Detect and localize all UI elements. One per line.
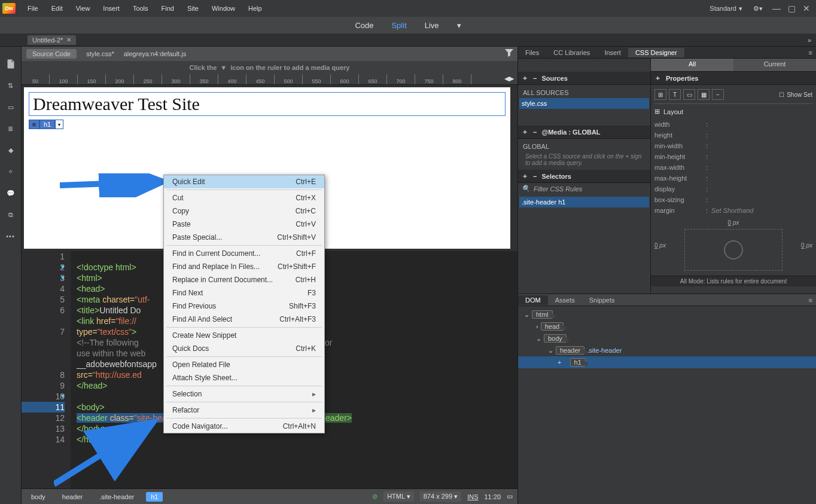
context-menu-item[interactable]: Attach Style Sheet...	[164, 371, 324, 384]
prop-min-height[interactable]: min-height:	[654, 151, 812, 162]
source-style-css[interactable]: style.css	[519, 98, 649, 109]
menu-help[interactable]: Help	[242, 2, 268, 14]
comment-icon[interactable]: 💬	[5, 188, 16, 198]
sync-settings-icon[interactable]: ⚙▾	[753, 5, 763, 13]
tag-badge[interactable]: h1	[39, 120, 55, 129]
remove-icon[interactable]: −	[533, 129, 537, 136]
menu-tools[interactable]: Tools	[127, 2, 154, 14]
close-tab-icon[interactable]: ✕	[66, 36, 71, 43]
prop-display[interactable]: display:	[654, 184, 812, 194]
file-icon[interactable]	[5, 59, 16, 69]
menu-view[interactable]: View	[70, 2, 96, 14]
prop-min-width[interactable]: min-width:	[654, 140, 812, 151]
more-icon[interactable]: •••	[5, 231, 16, 242]
status-ok-icon[interactable]: ⊘	[372, 493, 377, 500]
document-tab[interactable]: Untitled-2* ✕	[28, 35, 76, 45]
context-menu-item[interactable]: Find PreviousShift+F3	[164, 300, 324, 313]
page-heading[interactable]: Dreamweaver Test Site	[33, 94, 501, 114]
menu-insert[interactable]: Insert	[97, 2, 126, 14]
context-menu-item[interactable]: Code Navigator...Ctrl+Alt+N	[164, 420, 324, 433]
subtab-current[interactable]: Current	[733, 59, 816, 71]
dom-body[interactable]: body	[544, 334, 567, 343]
context-menu-item[interactable]: Replace in Current Document...Ctrl+H	[164, 273, 324, 286]
menu-find[interactable]: Find	[156, 2, 180, 14]
view-split[interactable]: Split	[388, 19, 410, 32]
chevron-down-icon[interactable]: ▾	[55, 120, 63, 129]
tab-insert[interactable]: Insert	[597, 48, 628, 57]
add-icon[interactable]: ＋	[522, 74, 528, 83]
hamburger-icon[interactable]: ≡	[29, 120, 39, 129]
device-preview-icon[interactable]: ▭	[507, 493, 513, 500]
tab-cc-libraries[interactable]: CC Libraries	[546, 48, 597, 57]
prop-box-sizing[interactable]: box-sizing:	[654, 194, 812, 205]
context-menu-item[interactable]: Quick DocsCtrl+K	[164, 342, 324, 355]
context-menu-item[interactable]: Quick EditCtrl+E	[164, 175, 324, 188]
dom-html[interactable]: html	[532, 310, 553, 319]
filter-icon[interactable]	[504, 48, 514, 59]
workspace-switcher[interactable]: Standard ▾	[705, 4, 747, 14]
background-icon[interactable]: ▦	[698, 89, 710, 100]
panel-menu-icon[interactable]: ≡	[805, 49, 816, 56]
collapse-icon[interactable]: ⌄	[548, 347, 553, 355]
context-menu-item[interactable]: Paste Special...Ctrl+Shift+V	[164, 231, 324, 244]
expand-icon[interactable]: ›	[536, 323, 538, 330]
dom-h1[interactable]: h1	[570, 358, 586, 366]
context-menu-item[interactable]: Find All And SelectCtrl+Alt+F3	[164, 313, 324, 326]
tab-css-designer[interactable]: CSS Designer	[628, 48, 684, 57]
related-css[interactable]: style.css*	[86, 50, 114, 57]
menu-site[interactable]: Site	[181, 2, 205, 14]
border-icon[interactable]: ▭	[683, 89, 695, 100]
add-icon[interactable]: ＋	[522, 172, 528, 181]
maximize-button[interactable]: ▢	[788, 4, 796, 13]
status-size[interactable]: 874 x 299 ▾	[420, 491, 461, 502]
context-menu-item[interactable]: Open Related File	[164, 358, 324, 371]
element-display-badge[interactable]: ≡ h1 ▾	[29, 120, 63, 129]
context-menu-item[interactable]: CopyCtrl+C	[164, 204, 324, 218]
context-menu-item[interactable]: Find in Current Document...Ctrl+F	[164, 247, 324, 260]
ruler[interactable]: 50 100 150 200 250 300 350 400 450 500 5…	[22, 74, 517, 85]
menu-window[interactable]: Window	[206, 2, 241, 14]
dom-head[interactable]: head	[541, 322, 564, 331]
minimize-button[interactable]: —	[772, 4, 781, 13]
status-lang[interactable]: HTML ▾	[383, 491, 414, 502]
tab-assets[interactable]: Assets	[548, 295, 582, 305]
selected-element-outline[interactable]: Dreamweaver Test Site	[29, 92, 506, 116]
panel-menu-icon[interactable]: ≡	[805, 297, 816, 304]
close-button[interactable]: ✕	[803, 4, 810, 13]
view-code[interactable]: Code	[351, 19, 377, 32]
breadcrumb-body[interactable]: body	[26, 492, 50, 502]
remove-icon[interactable]: −	[533, 173, 537, 180]
context-menu-item[interactable]: Selection	[164, 387, 324, 401]
add-icon[interactable]: +	[558, 359, 561, 366]
show-set-checkbox[interactable]: ☐ Show Set	[779, 91, 812, 98]
view-live[interactable]: Live	[421, 19, 443, 32]
margin-box-model[interactable]: 0 px 0 px 0 px	[654, 219, 812, 273]
context-menu-item[interactable]: Find NextF3	[164, 286, 324, 300]
menu-file[interactable]: File	[22, 2, 44, 14]
breadcrumb-h1[interactable]: h1	[146, 492, 163, 502]
expand-icon[interactable]: ≣	[5, 123, 16, 134]
status-ins[interactable]: INS	[467, 493, 478, 500]
tab-snippets[interactable]: Snippets	[582, 295, 622, 305]
add-icon[interactable]: ＋	[522, 127, 528, 136]
dom-h1-row[interactable]: + h1	[518, 356, 816, 368]
chevron-down-icon[interactable]: ▾	[453, 19, 465, 32]
context-menu-item[interactable]: PasteCtrl+V	[164, 218, 324, 231]
tab-files[interactable]: Files	[518, 48, 546, 57]
subtab-all[interactable]: All	[651, 59, 733, 71]
media-global[interactable]: GLOBAL	[522, 141, 647, 152]
selector-row[interactable]: .site-header h1	[519, 197, 649, 207]
source-code-pill[interactable]: Source Code	[26, 49, 77, 59]
live-view-icon[interactable]: ▭	[5, 102, 16, 112]
breadcrumb-header[interactable]: header	[57, 492, 87, 502]
menu-edit[interactable]: Edit	[45, 2, 69, 14]
collapse-icon[interactable]: ⌄	[536, 335, 541, 343]
wand-icon[interactable]: ✧	[5, 166, 16, 177]
dom-tree[interactable]: ⌄html ›head ⌄body ⌄header .site-header +…	[518, 306, 816, 371]
prop-margin[interactable]: margin:Set Shorthand	[654, 205, 812, 216]
add-icon[interactable]: ＋	[654, 74, 661, 83]
context-menu-item[interactable]: Refactor	[164, 404, 324, 417]
link-icon[interactable]	[724, 240, 743, 259]
ruler-handle-icon[interactable]: ◀▶	[504, 75, 514, 83]
collapse-icon[interactable]: ⌄	[524, 311, 529, 319]
